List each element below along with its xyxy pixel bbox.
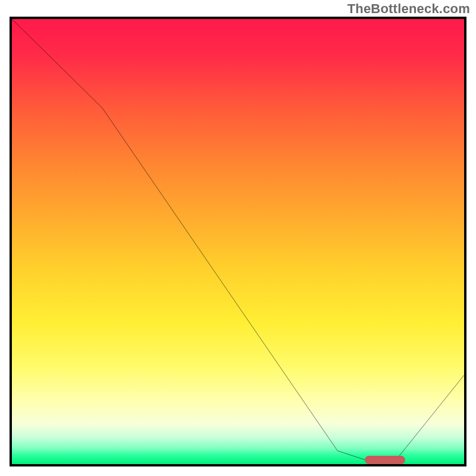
chart-container: TheBottleneck.com [0, 0, 476, 476]
bottleneck-curve [12, 19, 464, 464]
optimal-range-marker [365, 456, 405, 464]
watermark-text: TheBottleneck.com [347, 1, 470, 17]
plot-frame [10, 17, 466, 466]
